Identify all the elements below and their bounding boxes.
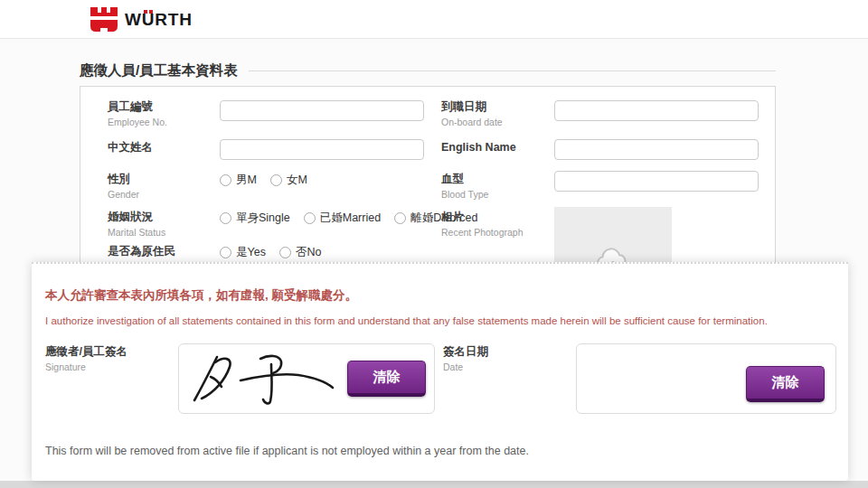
signature-clear-button[interactable]: 清除: [347, 361, 426, 397]
marital-option-married[interactable]: 已婚Married: [304, 211, 381, 226]
gender-option-female-label: 女M: [287, 173, 307, 188]
gender-label: 性別: [108, 173, 139, 186]
indigenous-option-no[interactable]: 否No: [279, 245, 321, 260]
field-label-sign-date: 簽名日期 Date: [443, 345, 488, 372]
indigenous-option-yes[interactable]: 是Yes: [220, 245, 266, 260]
indigenous-option-no-label: 否No: [296, 245, 321, 260]
onboard-date-input[interactable]: [554, 100, 759, 121]
radio-icon[interactable]: [304, 212, 316, 224]
brand-letters-rth: RTH: [155, 10, 192, 29]
radio-icon[interactable]: [279, 247, 291, 258]
employee-no-label: 員工編號: [108, 100, 167, 114]
chinese-name-label: 中文姓名: [108, 141, 153, 155]
onboard-date-label: 到職日期: [441, 100, 503, 114]
field-label-gender: 性別 Gender: [108, 173, 139, 200]
marital-option-single[interactable]: 單身Single: [220, 211, 290, 226]
field-label-employee-no: 員工編號 Employee No.: [108, 100, 167, 127]
signature-stroke: [188, 350, 360, 408]
title-divider: [249, 70, 776, 71]
indigenous-label: 是否為原住民: [108, 245, 175, 258]
field-label-chinese-name: 中文姓名: [108, 141, 153, 155]
gender-radio-group: 男M 女M: [220, 173, 321, 188]
chinese-name-input[interactable]: [220, 139, 424, 160]
marital-status-label: 婚姻狀況: [108, 211, 165, 224]
sign-date-label: 簽名日期: [443, 345, 488, 359]
field-label-photo: 相片 Recent Photograph: [441, 211, 523, 238]
indigenous-radio-group: 是Yes 否No: [220, 245, 335, 260]
consent-statement-zh: 本人允許審查本表內所填各項，如有虛報, 願受解職處分。: [45, 287, 357, 304]
sign-date-clear-button[interactable]: 清除: [746, 366, 825, 402]
footer-note: This form will be removed from active fi…: [45, 445, 529, 457]
employee-no-sublabel: Employee No.: [108, 117, 167, 127]
marital-status-sublabel: Marital Status: [108, 227, 165, 238]
gender-option-male[interactable]: 男M: [220, 173, 257, 188]
photo-label: 相片: [441, 211, 523, 224]
marital-option-married-label: 已婚Married: [320, 211, 381, 226]
page-title: 應徵人員/員工基本資料表: [80, 61, 238, 80]
blood-type-input[interactable]: [554, 171, 759, 192]
gender-option-female[interactable]: 女M: [270, 173, 307, 188]
signature-sublabel: Signature: [45, 361, 127, 372]
marital-option-single-label: 單身Single: [236, 211, 290, 226]
blood-type-sublabel: Blood Type: [441, 189, 488, 200]
photo-sublabel: Recent Photograph: [441, 227, 523, 238]
blood-type-label: 血型: [441, 173, 488, 186]
field-label-blood-type: 血型 Blood Type: [441, 173, 488, 200]
form-title-row: 應徵人員/員工基本資料表: [80, 61, 776, 80]
wurth-logo-icon: [90, 7, 118, 32]
english-name-input[interactable]: [554, 139, 759, 160]
brand-letter-w: W: [125, 10, 142, 29]
radio-icon[interactable]: [220, 247, 231, 258]
english-name-label: English Name: [441, 141, 516, 155]
radio-icon[interactable]: [220, 174, 231, 186]
field-label-signature: 應徵者/員工簽名 Signature: [45, 345, 127, 372]
sign-date-sublabel: Date: [443, 361, 488, 372]
radio-icon[interactable]: [394, 212, 406, 224]
consent-panel: 本人允許審查本表內所填各項，如有虛報, 願受解職處分。 I authorize …: [32, 262, 848, 481]
gender-sublabel: Gender: [108, 189, 139, 200]
gender-option-male-label: 男M: [236, 173, 257, 188]
employee-form: 員工編號 Employee No. 到職日期 On-board date 中文姓…: [80, 86, 776, 277]
sign-date-canvas[interactable]: 清除: [576, 343, 836, 414]
field-label-onboard-date: 到職日期 On-board date: [441, 100, 503, 127]
field-label-english-name: English Name: [441, 141, 516, 155]
radio-icon[interactable]: [220, 212, 231, 224]
radio-icon[interactable]: [270, 174, 282, 186]
signature-label: 應徵者/員工簽名: [45, 345, 127, 359]
employee-no-input[interactable]: [220, 100, 424, 121]
signature-canvas[interactable]: 清除: [178, 343, 435, 414]
brand-letter-u-umlaut: U: [142, 10, 156, 29]
indigenous-option-yes-label: 是Yes: [236, 245, 266, 260]
field-label-marital-status: 婚姻狀況 Marital Status: [108, 211, 165, 238]
field-label-indigenous: 是否為原住民: [108, 245, 175, 258]
consent-statement-en: I authorize investigation of all stateme…: [45, 315, 768, 326]
app-header: WURTH: [0, 0, 868, 39]
onboard-date-sublabel: On-board date: [441, 117, 503, 127]
page-bottom-strip: [0, 481, 868, 488]
wurth-logo: WURTH: [90, 7, 193, 32]
brand-wordmark: WURTH: [125, 7, 193, 32]
